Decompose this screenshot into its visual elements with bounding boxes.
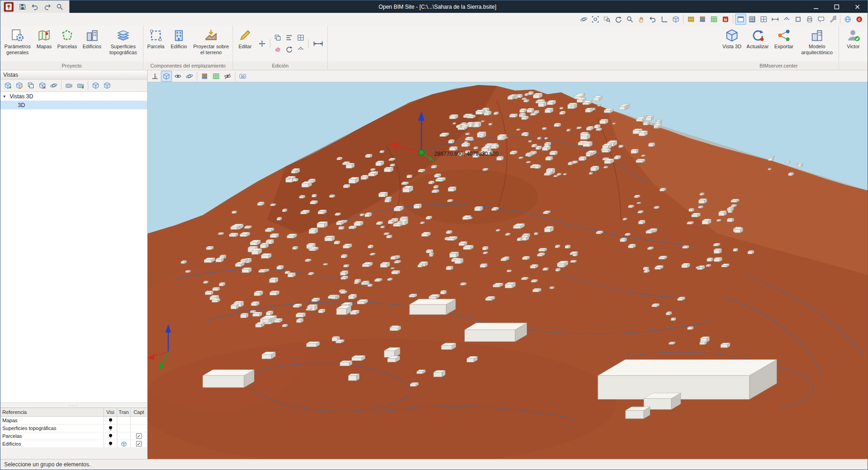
project-on-terrain-button[interactable]: Proyectar sobre el terreno (191, 26, 231, 61)
print-icon[interactable] (804, 14, 815, 25)
capture-checkbox[interactable] (131, 425, 147, 432)
minimize-button[interactable] (805, 0, 826, 13)
measure-icon[interactable] (770, 14, 781, 25)
visibility-bulb-icon[interactable] (104, 432, 117, 440)
split-window-icon[interactable] (295, 32, 306, 43)
panel-splitter[interactable]: ···· (0, 402, 147, 408)
render-mode-icon[interactable] (685, 14, 697, 25)
eye-slash-icon[interactable] (222, 71, 233, 82)
building-button[interactable]: Edificio (167, 26, 190, 61)
ribbon-group-componentes: Parcela Edificio Proyectar sobre el terr… (143, 25, 233, 70)
delete-view-icon[interactable] (37, 80, 48, 91)
solid-3d-box-icon[interactable] (161, 71, 172, 82)
zoom-extents-icon[interactable] (590, 14, 601, 25)
save-icon[interactable] (17, 1, 28, 12)
chevron-down-icon[interactable]: ▾ (3, 94, 8, 99)
new-view-icon[interactable] (2, 80, 13, 91)
comment-icon[interactable] (816, 14, 827, 25)
frame-icon[interactable] (793, 14, 804, 25)
align-icon[interactable] (284, 32, 295, 43)
camera-copy-icon[interactable] (75, 80, 86, 91)
scene-canvas[interactable]: 286770.690, 4079830.620 (148, 82, 868, 459)
navisworks-icon[interactable] (720, 14, 731, 25)
maps-button[interactable]: Mapas (34, 26, 55, 61)
search-icon[interactable] (54, 1, 65, 12)
table-row[interactable]: Mapas (0, 417, 147, 425)
buildings-button[interactable]: Edificios (80, 26, 104, 61)
orbit-icon[interactable] (578, 14, 589, 25)
visibility-bulb-icon[interactable] (104, 425, 117, 432)
export-button[interactable]: Exportar (771, 26, 796, 61)
close-button[interactable] (847, 0, 868, 13)
transparency-cell[interactable] (117, 432, 131, 440)
visibility-bulb-icon[interactable] (104, 417, 117, 424)
previous-view-icon[interactable] (647, 14, 658, 25)
edit-button[interactable]: Editar (234, 26, 256, 61)
analysis-grid-icon[interactable] (708, 14, 720, 25)
toolbar-separator (308, 39, 308, 48)
table-row[interactable]: Superficies topográficas (0, 425, 147, 432)
bimserver-globe-icon[interactable] (842, 14, 853, 25)
capture-checkbox[interactable] (131, 440, 147, 447)
view-3d-button[interactable]: Vista 3D (720, 26, 744, 61)
section-icon[interactable] (781, 14, 792, 25)
capture-checkbox[interactable] (131, 432, 147, 440)
building-levels-icon[interactable] (697, 14, 708, 25)
copy-icon[interactable] (272, 32, 283, 43)
regenerate-icon[interactable] (613, 14, 624, 25)
iso-view-b-icon[interactable] (102, 80, 113, 91)
named-views-icon[interactable] (670, 14, 681, 25)
cype-icon[interactable] (854, 14, 865, 25)
scene-3d[interactable]: 286770.690, 4079830.620 (148, 82, 868, 459)
parcel-button[interactable]: Parcela (145, 26, 167, 61)
single-window-icon[interactable] (735, 14, 746, 25)
architectural-model-button[interactable]: Modelo arquitectónico (797, 26, 837, 61)
tree-node-vistas-3d[interactable]: ▾ Vistas 3D (0, 92, 147, 101)
invert-icon[interactable] (295, 44, 306, 55)
topographic-surfaces-button[interactable]: Superficies topográficas (105, 26, 142, 61)
eye-icon[interactable] (172, 71, 183, 82)
reference-table: Referencia Visi Tran Capt Mapas Superfic… (0, 408, 147, 448)
window-grid-icon[interactable] (747, 14, 758, 25)
camera-icon[interactable] (63, 80, 74, 91)
transparency-cell[interactable] (117, 425, 131, 432)
parcels-button[interactable]: Parcelas (55, 26, 79, 61)
capture-checkbox[interactable] (131, 417, 147, 424)
edit-view-icon[interactable] (14, 80, 25, 91)
maximize-button[interactable] (826, 0, 847, 13)
coordinate-axes-icon[interactable] (659, 14, 670, 25)
orbit-eye-icon[interactable] (184, 71, 195, 82)
table-row[interactable]: Parcelas (0, 432, 147, 440)
table-row[interactable]: Edificios (0, 440, 147, 448)
tools-icon[interactable] (827, 14, 838, 25)
pencil-icon (238, 28, 252, 42)
transparency-cell[interactable] (117, 417, 131, 424)
update-button[interactable]: Actualizar (744, 26, 771, 61)
zoom-icon[interactable] (624, 14, 635, 25)
building-levels-icon[interactable] (199, 71, 210, 82)
tag-3d-icon[interactable] (237, 71, 248, 82)
rotate-icon[interactable] (284, 44, 295, 55)
zoom-window-icon[interactable] (601, 14, 612, 25)
perpendicular-axes-icon[interactable] (149, 71, 160, 82)
analysis-grid-icon[interactable] (211, 71, 222, 82)
group-caption-edicion: Edición (233, 62, 327, 70)
user-button[interactable]: Victor (840, 26, 866, 61)
window-title: Open BIM Site - [C:\...\Sahara de la Sie… (69, 0, 805, 13)
measure-ruler-icon[interactable] (310, 36, 326, 51)
eraser-icon[interactable] (272, 44, 283, 55)
transparency-cell[interactable] (117, 440, 131, 447)
pan-icon[interactable] (636, 14, 647, 25)
ribbon-group-edicion: Editar Edición (233, 25, 328, 70)
iso-view-a-icon[interactable] (90, 80, 101, 91)
tree-node-3d[interactable]: 3D (0, 101, 147, 109)
visibility-bulb-icon[interactable] (104, 440, 117, 447)
general-parameters-button[interactable]: Parámetros generales (2, 26, 33, 61)
copy-view-icon[interactable] (25, 80, 36, 91)
move-icon[interactable] (256, 38, 268, 50)
app-logo-icon[interactable] (2, 1, 16, 12)
window-split-icon[interactable] (758, 14, 769, 25)
undo-icon[interactable] (29, 1, 40, 12)
view-orbit-icon[interactable] (48, 80, 59, 91)
redo-icon[interactable] (42, 1, 53, 12)
